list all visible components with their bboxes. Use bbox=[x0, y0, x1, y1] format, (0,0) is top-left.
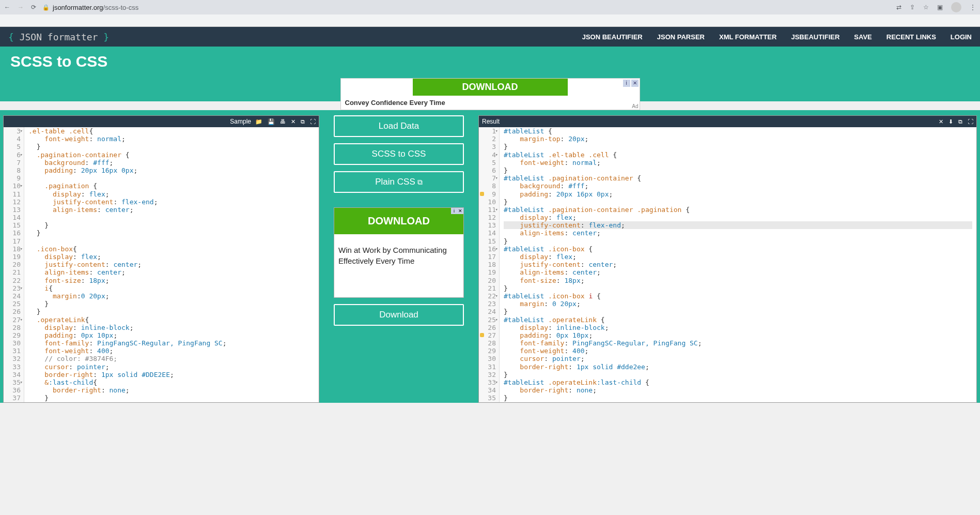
code-line[interactable]: .operateLink{ bbox=[28, 316, 315, 324]
code-line[interactable]: font-family: PingFangSC-Regular, PingFan… bbox=[28, 339, 315, 347]
code-line[interactable]: border-right: 1px solid #DDE2EE; bbox=[28, 371, 315, 378]
menu-icon[interactable]: ⋮ bbox=[970, 4, 976, 11]
ad-mid-download-button[interactable]: DOWNLOAD bbox=[334, 208, 463, 234]
code-line[interactable]: justify-content: center; bbox=[28, 261, 315, 268]
code-line[interactable]: padding: 20px 16px 0px; bbox=[28, 166, 315, 174]
code-line[interactable]: } bbox=[504, 198, 972, 206]
code-line[interactable]: border-right: none; bbox=[504, 386, 972, 394]
brand-logo[interactable]: { JSON formatter } bbox=[8, 32, 109, 42]
code-line[interactable]: #tableList .icon-box { bbox=[504, 245, 972, 253]
code-line[interactable]: } bbox=[504, 308, 972, 315]
code-line[interactable]: display: flex; bbox=[28, 190, 315, 198]
save-icon[interactable]: 💾 bbox=[268, 118, 275, 125]
code-line[interactable]: margin-top: 20px; bbox=[504, 135, 972, 143]
code-line[interactable]: display: flex; bbox=[504, 214, 972, 221]
code-line[interactable]: display: inline-block; bbox=[504, 324, 972, 331]
code-line[interactable]: font-weight: 400; bbox=[28, 347, 315, 355]
code-line[interactable]: font-size: 18px; bbox=[28, 277, 315, 284]
code-line[interactable]: border-right: none; bbox=[28, 386, 315, 394]
code-line[interactable]: background: #fff; bbox=[28, 159, 315, 166]
code-line[interactable]: padding: 0px 10px; bbox=[28, 331, 315, 339]
code-line[interactable]: justify-content: flex-end; bbox=[28, 198, 315, 206]
nav-link-json-parser[interactable]: JSON PARSER bbox=[657, 33, 705, 41]
code-line[interactable]: justify-content: flex-end; bbox=[504, 221, 972, 229]
input-editor[interactable]: 3456789101112131415161718192021222324252… bbox=[4, 127, 319, 402]
code-line[interactable]: } bbox=[504, 237, 972, 245]
code-line[interactable]: // color: #3874F6; bbox=[28, 355, 315, 362]
code-line[interactable]: .pagination-container { bbox=[28, 151, 315, 159]
code-line[interactable]: .el-table .cell{ bbox=[28, 127, 315, 135]
code-line[interactable]: background: #fff; bbox=[504, 182, 972, 190]
code-line[interactable]: padding: 20px 16px 0px; bbox=[504, 190, 972, 198]
convert-button[interactable]: SCSS to CSS bbox=[334, 143, 464, 165]
code-line[interactable]: font-weight: normal; bbox=[504, 159, 972, 166]
nav-link-login[interactable]: LOGIN bbox=[951, 33, 972, 41]
ad-close-icon[interactable]: ✕ bbox=[631, 80, 639, 87]
code-line[interactable]: border-right: 1px solid #dde2ee; bbox=[504, 363, 972, 371]
code-line[interactable]: #tableList .el-table .cell { bbox=[504, 151, 972, 159]
result-editor[interactable]: 1234567891011121314151617181920212223242… bbox=[479, 127, 976, 402]
code-line[interactable]: cursor: pointer; bbox=[504, 355, 972, 362]
extension-icon[interactable]: ▣ bbox=[937, 4, 943, 11]
result-copy-icon[interactable]: ⧉ bbox=[958, 118, 962, 125]
ad-info-icon[interactable]: i bbox=[623, 80, 630, 87]
code-line[interactable]: margin: 0 20px; bbox=[504, 300, 972, 308]
code-line[interactable]: .icon-box{ bbox=[28, 245, 315, 253]
code-line[interactable]: cursor: pointer; bbox=[28, 363, 315, 371]
bookmark-icon[interactable]: ☆ bbox=[923, 4, 929, 11]
result-fullscreen-icon[interactable]: ⛶ bbox=[968, 118, 973, 125]
code-line[interactable]: align-items: center; bbox=[28, 206, 315, 214]
code-line[interactable]: #tableList { bbox=[504, 127, 972, 135]
folder-icon[interactable]: 📁 bbox=[255, 118, 262, 125]
code-line[interactable]: align-items: center; bbox=[504, 229, 972, 237]
code-line[interactable]: #tableList .operateLink { bbox=[504, 316, 972, 324]
code-line[interactable]: } bbox=[504, 143, 972, 150]
code-line[interactable]: #tableList .operateLink:last-child { bbox=[504, 378, 972, 386]
code-line[interactable]: font-weight: 400; bbox=[504, 347, 972, 355]
code-line[interactable]: } bbox=[504, 371, 972, 378]
ad-mid-close-icon[interactable]: ✕ bbox=[457, 208, 463, 214]
nav-link-jsbeautifier[interactable]: JSBEAUTIFIER bbox=[791, 33, 839, 41]
nav-link-xml-formatter[interactable]: XML FORMATTER bbox=[719, 33, 776, 41]
load-data-button[interactable]: Load Data bbox=[334, 115, 464, 137]
result-download-icon[interactable]: ⬇ bbox=[948, 118, 953, 125]
code-line[interactable]: #tableList .pagination-container .pagina… bbox=[504, 206, 972, 214]
code-line[interactable]: align-items: center; bbox=[28, 268, 315, 276]
ad-banner-top[interactable]: i ✕ DOWNLOAD Convey Confidence Every Tim… bbox=[340, 78, 640, 110]
code-line[interactable] bbox=[28, 237, 315, 245]
code-line[interactable]: display: flex; bbox=[28, 253, 315, 261]
code-line[interactable]: } bbox=[28, 308, 315, 315]
nav-link-recent-links[interactable]: RECENT LINKS bbox=[886, 33, 936, 41]
code-line[interactable]: } bbox=[28, 229, 315, 237]
code-line[interactable]: } bbox=[504, 394, 972, 402]
code-line[interactable]: } bbox=[504, 166, 972, 174]
code-line[interactable]: font-weight: normal; bbox=[28, 135, 315, 143]
ad-download-button[interactable]: DOWNLOAD bbox=[413, 79, 568, 96]
code-line[interactable]: } bbox=[28, 394, 315, 402]
share-icon[interactable]: ⇪ bbox=[910, 4, 915, 11]
code-line[interactable]: } bbox=[28, 300, 315, 308]
download-button[interactable]: Download bbox=[334, 304, 464, 326]
code-line[interactable]: align-items: center; bbox=[504, 268, 972, 276]
code-line[interactable]: } bbox=[28, 221, 315, 229]
code-line[interactable]: i{ bbox=[28, 284, 315, 292]
code-line[interactable]: display: inline-block; bbox=[28, 324, 315, 331]
reload-icon[interactable]: ⟳ bbox=[31, 4, 36, 11]
code-line[interactable]: padding: 0px 10px; bbox=[504, 331, 972, 339]
ad-banner-mid[interactable]: i ✕ DOWNLOAD Win at Work by Communicatin… bbox=[334, 207, 464, 298]
sample-link[interactable]: Sample bbox=[230, 118, 251, 125]
code-line[interactable]: } bbox=[504, 284, 972, 292]
code-line[interactable]: } bbox=[28, 143, 315, 150]
code-line[interactable]: font-family: PingFangSC-Regular, PingFan… bbox=[504, 339, 972, 347]
code-line[interactable]: display: flex; bbox=[504, 253, 972, 261]
code-line[interactable]: margin:0 20px; bbox=[28, 292, 315, 300]
fullscreen-icon[interactable]: ⛶ bbox=[310, 118, 316, 125]
nav-link-json-beautifier[interactable]: JSON BEAUTIFIER bbox=[582, 33, 643, 41]
code-line[interactable] bbox=[28, 214, 315, 221]
profile-avatar[interactable] bbox=[951, 2, 961, 12]
code-line[interactable]: font-size: 18px; bbox=[504, 277, 972, 284]
code-line[interactable]: #tableList .pagination-container { bbox=[504, 174, 972, 182]
plain-css-button[interactable]: Plain CSS⧉ bbox=[334, 171, 464, 193]
url-bar[interactable]: 🔒 jsonformatter.org/scss-to-css bbox=[42, 4, 138, 11]
code-line[interactable] bbox=[28, 174, 315, 182]
